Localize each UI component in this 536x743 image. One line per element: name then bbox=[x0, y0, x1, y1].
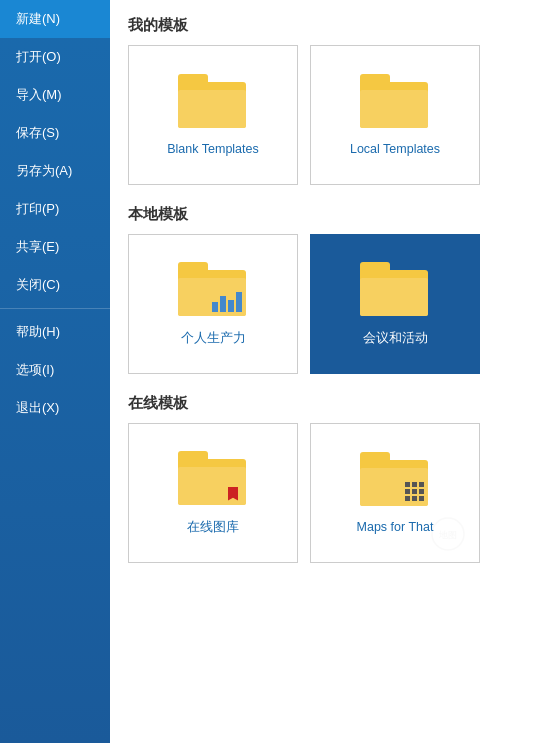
grid-icon bbox=[405, 482, 424, 501]
sidebar-item-exit[interactable]: 退出(X) bbox=[0, 389, 110, 427]
svg-text:地图: 地图 bbox=[438, 530, 457, 540]
template-card-local[interactable]: Local Templates bbox=[310, 45, 480, 185]
dot bbox=[419, 482, 424, 487]
productivity-label: 个人生产力 bbox=[177, 330, 250, 347]
dot bbox=[405, 482, 410, 487]
folder-icon-meeting bbox=[360, 262, 430, 322]
bar3 bbox=[228, 300, 234, 312]
folder-body bbox=[360, 452, 428, 506]
dot bbox=[412, 496, 417, 501]
main-content: 我的模板 Blank Templates Local T bbox=[110, 0, 536, 743]
folder-body bbox=[178, 74, 246, 128]
sidebar-item-new[interactable]: 新建(N) bbox=[0, 0, 110, 38]
dot bbox=[405, 496, 410, 501]
template-card-maps[interactable]: Maps for That 地图 bbox=[310, 423, 480, 563]
sidebar-item-import[interactable]: 导入(M) bbox=[0, 76, 110, 114]
local-templates-label: Local Templates bbox=[346, 142, 444, 156]
red-bookmark bbox=[228, 487, 238, 501]
blank-templates-label: Blank Templates bbox=[163, 142, 263, 156]
bar2 bbox=[220, 296, 226, 312]
sidebar-item-saveas[interactable]: 另存为(A) bbox=[0, 152, 110, 190]
online-gallery-label: 在线图库 bbox=[183, 519, 243, 536]
grid-dots-icon bbox=[405, 482, 424, 501]
template-card-online-gallery[interactable]: 在线图库 bbox=[128, 423, 298, 563]
folder-icon-local bbox=[360, 74, 430, 134]
my-templates-grid: Blank Templates Local Templates bbox=[128, 45, 518, 185]
folder-front bbox=[178, 90, 246, 128]
sidebar-item-help[interactable]: 帮助(H) bbox=[0, 313, 110, 351]
template-card-meeting[interactable]: 会议和活动 bbox=[310, 234, 480, 374]
bar4 bbox=[236, 292, 242, 312]
section-title-my-templates: 我的模板 bbox=[128, 16, 518, 35]
folder-icon-maps bbox=[360, 452, 430, 512]
template-card-blank[interactable]: Blank Templates bbox=[128, 45, 298, 185]
dot bbox=[412, 482, 417, 487]
section-title-local-templates: 本地模板 bbox=[128, 205, 518, 224]
sidebar-item-share[interactable]: 共享(E) bbox=[0, 228, 110, 266]
folder-body bbox=[360, 74, 428, 128]
section-title-online-templates: 在线模板 bbox=[128, 394, 518, 413]
folder-front bbox=[360, 278, 428, 316]
dot bbox=[412, 489, 417, 494]
dot bbox=[419, 496, 424, 501]
sidebar-item-close[interactable]: 关闭(C) bbox=[0, 266, 110, 304]
bar-chart-icon bbox=[212, 292, 242, 312]
folder-body bbox=[360, 262, 428, 316]
dot bbox=[419, 489, 424, 494]
folder-icon-blank bbox=[178, 74, 248, 134]
watermark-svg: 地图 bbox=[424, 516, 472, 552]
bar-chart bbox=[212, 292, 242, 312]
watermark: 地图 bbox=[423, 516, 473, 556]
sidebar: 新建(N) 打开(O) 导入(M) 保存(S) 另存为(A) 打印(P) 共享(… bbox=[0, 0, 110, 743]
folder-body bbox=[178, 262, 246, 316]
bookmark-icon bbox=[228, 487, 238, 501]
template-card-productivity[interactable]: 个人生产力 bbox=[128, 234, 298, 374]
folder-body bbox=[178, 451, 246, 505]
folder-icon-productivity bbox=[178, 262, 248, 322]
dot bbox=[405, 489, 410, 494]
local-templates-grid: 个人生产力 会议和活动 bbox=[128, 234, 518, 374]
meeting-label: 会议和活动 bbox=[359, 330, 432, 347]
sidebar-divider bbox=[0, 308, 110, 309]
folder-front bbox=[360, 90, 428, 128]
sidebar-item-options[interactable]: 选项(I) bbox=[0, 351, 110, 389]
sidebar-item-print[interactable]: 打印(P) bbox=[0, 190, 110, 228]
folder-icon-gallery bbox=[178, 451, 248, 511]
sidebar-item-save[interactable]: 保存(S) bbox=[0, 114, 110, 152]
online-templates-grid: 在线图库 bbox=[128, 423, 518, 563]
sidebar-item-open[interactable]: 打开(O) bbox=[0, 38, 110, 76]
bar1 bbox=[212, 302, 218, 312]
